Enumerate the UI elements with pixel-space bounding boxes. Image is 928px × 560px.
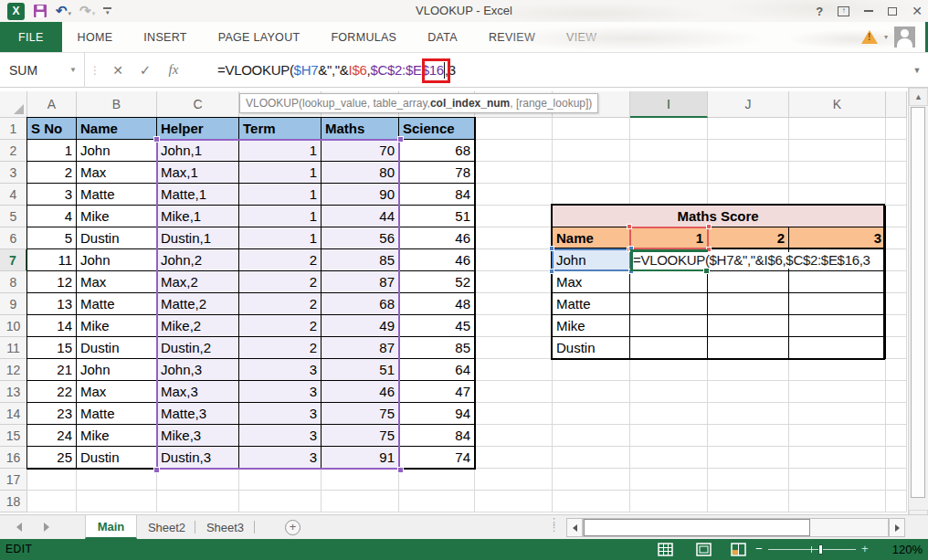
cell-F5[interactable]: 51 bbox=[399, 206, 475, 227]
cell-D12[interactable]: 3 bbox=[239, 359, 322, 381]
cell-A2[interactable]: 1 bbox=[27, 140, 77, 162]
cell-C10[interactable]: Mike,2 bbox=[157, 315, 239, 337]
cell-E3[interactable]: 80 bbox=[322, 162, 399, 184]
cell-E15[interactable]: 75 bbox=[322, 425, 399, 447]
cell-x16[interactable] bbox=[886, 447, 907, 469]
cell-E4[interactable]: 90 bbox=[322, 184, 399, 206]
cell-J12[interactable] bbox=[708, 359, 789, 381]
sheet-tab-sheet2[interactable]: Sheet2 bbox=[139, 515, 195, 539]
cell-K16[interactable] bbox=[789, 447, 886, 469]
cell-D10[interactable]: 2 bbox=[239, 315, 322, 337]
cancel-button[interactable]: ✕ bbox=[108, 52, 128, 88]
sheet-nav-next-icon[interactable] bbox=[44, 523, 49, 532]
cell-C14[interactable]: Matte,3 bbox=[157, 403, 239, 425]
cell-E16[interactable]: 91 bbox=[322, 447, 399, 469]
cell-B11[interactable]: Dustin bbox=[77, 337, 157, 359]
cell-H3[interactable] bbox=[553, 162, 630, 184]
cell-F18[interactable] bbox=[399, 491, 475, 512]
cell-F2[interactable]: 68 bbox=[399, 140, 475, 162]
cell-F11[interactable]: 85 bbox=[399, 337, 475, 359]
cell-B7[interactable]: John bbox=[77, 249, 157, 271]
cell-C6[interactable]: Dustin,1 bbox=[157, 227, 239, 249]
enter-button[interactable]: ✓ bbox=[135, 52, 155, 88]
cell-H2[interactable] bbox=[553, 140, 630, 162]
cell-E17[interactable] bbox=[322, 469, 399, 491]
cell-E13[interactable]: 46 bbox=[322, 381, 399, 403]
cell-D18[interactable] bbox=[239, 491, 322, 512]
horizontal-scrollbar-thumb[interactable] bbox=[584, 519, 810, 536]
cell-x2[interactable] bbox=[886, 140, 907, 162]
cell-A9[interactable]: 13 bbox=[27, 293, 77, 315]
cell-H10[interactable]: Mike bbox=[553, 315, 630, 337]
cell-A18[interactable] bbox=[27, 491, 77, 512]
cell-I15[interactable] bbox=[630, 425, 708, 447]
ribbon-display-options-icon[interactable]: ↑ bbox=[838, 6, 849, 16]
cell-B18[interactable] bbox=[77, 491, 157, 512]
cell-x6[interactable] bbox=[886, 227, 907, 249]
row-header-15[interactable]: 15 bbox=[0, 425, 27, 447]
cell-D4[interactable]: 1 bbox=[239, 184, 322, 206]
cell-E6[interactable]: 56 bbox=[322, 227, 399, 249]
cell-K9[interactable] bbox=[789, 293, 886, 315]
cell-J9[interactable] bbox=[708, 293, 789, 315]
close-icon[interactable]: ✕ bbox=[912, 4, 923, 18]
cell-G5[interactable] bbox=[475, 206, 553, 227]
cell-H14[interactable] bbox=[553, 403, 630, 425]
cell-I3[interactable] bbox=[630, 162, 708, 184]
cell-I8[interactable] bbox=[630, 271, 708, 293]
cell-G14[interactable] bbox=[475, 403, 553, 425]
cell-E12[interactable]: 51 bbox=[322, 359, 399, 381]
cell-C16[interactable]: Dustin,3 bbox=[157, 447, 239, 469]
cell-H9[interactable]: Matte bbox=[553, 293, 630, 315]
cell-x13[interactable] bbox=[886, 381, 907, 403]
ribbon-tab-data[interactable]: DATA bbox=[412, 22, 473, 52]
row-header-8[interactable]: 8 bbox=[0, 271, 27, 293]
cell-x12[interactable] bbox=[886, 359, 907, 381]
warning-icon[interactable] bbox=[861, 30, 878, 44]
column-header-a[interactable]: A bbox=[27, 91, 77, 118]
cell-E14[interactable]: 75 bbox=[322, 403, 399, 425]
ribbon-tab-file[interactable]: FILE bbox=[0, 22, 62, 52]
name-box-dropdown-icon[interactable]: ▼ bbox=[69, 66, 77, 74]
cell-A6[interactable]: 5 bbox=[27, 227, 77, 249]
cell-D13[interactable]: 3 bbox=[239, 381, 322, 403]
cell-I17[interactable] bbox=[630, 469, 708, 491]
cell-C15[interactable]: Mike,3 bbox=[157, 425, 239, 447]
cell-K18[interactable] bbox=[789, 491, 886, 512]
zoom-out-icon[interactable]: − bbox=[755, 542, 763, 555]
cell-B3[interactable]: Max bbox=[77, 162, 157, 184]
row-header-7[interactable]: 7 bbox=[0, 249, 27, 271]
cell-I18[interactable] bbox=[630, 491, 708, 512]
cell-G17[interactable] bbox=[475, 469, 553, 491]
cell-B13[interactable]: Max bbox=[77, 381, 157, 403]
cell-C3[interactable]: Max,1 bbox=[157, 162, 239, 184]
cell-D17[interactable] bbox=[239, 469, 322, 491]
cell-G11[interactable] bbox=[475, 337, 553, 359]
cell-F16[interactable]: 74 bbox=[399, 447, 475, 469]
cell-C8[interactable]: Max,2 bbox=[157, 271, 239, 293]
cell-I12[interactable] bbox=[630, 359, 708, 381]
row-header-17[interactable]: 17 bbox=[0, 469, 27, 491]
cell-J17[interactable] bbox=[708, 469, 789, 491]
page-break-view-icon[interactable] bbox=[731, 543, 746, 556]
cell-J2[interactable] bbox=[708, 140, 789, 162]
cell-A4[interactable]: 3 bbox=[27, 184, 77, 206]
cell-B2[interactable]: John bbox=[77, 140, 157, 162]
cell-E10[interactable]: 49 bbox=[322, 315, 399, 337]
sheet-tab-main[interactable]: Main bbox=[85, 515, 137, 539]
zoom-in-icon[interactable]: + bbox=[861, 542, 869, 555]
cell-C17[interactable] bbox=[157, 469, 239, 491]
user-avatar[interactable] bbox=[894, 26, 915, 48]
cell-B4[interactable]: Matte bbox=[77, 184, 157, 206]
cell-E7[interactable]: 85 bbox=[322, 249, 399, 271]
cell-C5[interactable]: Mike,1 bbox=[157, 206, 239, 227]
cell-F4[interactable]: 84 bbox=[399, 184, 475, 206]
cell-C4[interactable]: Matte,1 bbox=[157, 184, 239, 206]
cell-J11[interactable] bbox=[708, 337, 789, 359]
ribbon-tab-insert[interactable]: INSERT bbox=[128, 22, 202, 52]
cell-G4[interactable] bbox=[475, 184, 553, 206]
cell-x5[interactable] bbox=[886, 206, 907, 227]
row-header-16[interactable]: 16 bbox=[0, 447, 27, 469]
row-header-2[interactable]: 2 bbox=[0, 140, 27, 162]
cell-F13[interactable]: 47 bbox=[399, 381, 475, 403]
